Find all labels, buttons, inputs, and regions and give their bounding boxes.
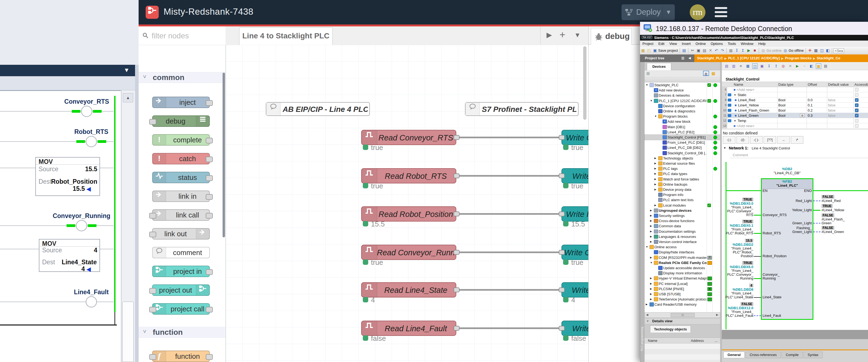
tree-item-main-ob1-[interactable]: Main [OB1]	[645, 124, 720, 130]
flow-node-Read-Line4_State[interactable]: Read Line4_State	[361, 282, 456, 298]
menu-tools[interactable]: Tools	[725, 40, 738, 46]
tree-item-program-info[interactable]: Program info	[645, 192, 720, 197]
accessible-checkbox[interactable]: ✓	[855, 104, 859, 107]
menu-insert[interactable]: Insert	[679, 40, 693, 46]
block-toolbar-icon-9[interactable]: ✕	[787, 63, 793, 69]
accessible-checkbox[interactable]: ✓	[855, 98, 859, 102]
expand-caret-icon[interactable]: ▶	[650, 256, 652, 259]
palette-node-link-in[interactable]: link in	[152, 191, 210, 202]
tree-item-hyper-v-virtual-ethernet-adapter[interactable]: ▶Hyper-V Virtual Ethernet Adapter	[645, 276, 720, 281]
scroll-up-icon[interactable]: ▲	[123, 93, 133, 102]
tree-hscroll-thumb[interactable]: ||||	[671, 313, 694, 317]
start-cpu-icon[interactable]: ▶	[746, 48, 751, 53]
project-tree-header[interactable]: Project tree ▥ ◀	[640, 54, 694, 62]
palette-node-status[interactable]: status	[152, 172, 210, 183]
breadcrumb[interactable]: Stacklight_PLC ▶ PLC_1 [CPU 1212C AC/DC/…	[694, 54, 868, 62]
tree-item-plc-alarm-text-lists[interactable]: PLC alarm text lists	[645, 197, 720, 202]
tree-item-documentation-settings[interactable]: ▶Documentation settings	[645, 229, 720, 234]
tree-item-plc-1-cpu-1212c-ac-dc-rly-[interactable]: ▼PLC_1 [CPU 1212C AC/DC/Rly]✓	[645, 98, 720, 104]
output-coil[interactable]	[86, 296, 97, 308]
node-input-port[interactable]	[559, 173, 565, 178]
normally-open-contact-button[interactable]: -| |-	[723, 136, 735, 144]
add-flow-icon[interactable]: +	[560, 29, 565, 40]
comment-node[interactable]: S7 Profinet - Stacklight PLC	[465, 102, 579, 116]
menu-help[interactable]: Help	[756, 40, 768, 46]
accessible-checkbox[interactable]: ✓	[855, 109, 859, 112]
palette-search-input[interactable]	[151, 30, 220, 41]
block-toolbar-icon-13[interactable]: ▦	[816, 63, 821, 69]
tree-item-devices-networks[interactable]: Devices & networks	[645, 93, 720, 98]
expand-caret-icon[interactable]: ▶	[650, 298, 652, 301]
tree-item-online-backups[interactable]: ▶Online backups	[645, 182, 720, 187]
expand-caret-icon[interactable]: ▶	[650, 235, 652, 238]
expand-caret-icon[interactable]: ▶	[654, 188, 656, 191]
tree-filter-icon[interactable]: ▦	[646, 71, 650, 75]
comment-node[interactable]: AB EIP/CIP - Line 4 PLC	[266, 102, 370, 116]
rdp-titlebar[interactable]: 192.168.0.137 - Remote Desktop Connectio…	[640, 22, 868, 35]
details-tab-technology-objects[interactable]: Technology objects	[650, 326, 691, 333]
expand-caret-icon[interactable]: ▼	[646, 84, 648, 86]
palette-section-common[interactable]: ˅common	[138, 72, 225, 83]
node-input-port[interactable]	[149, 354, 156, 360]
expand-caret-icon[interactable]: ▶	[650, 209, 652, 212]
block-toolbar-icon-2[interactable]: ≡	[738, 63, 744, 69]
tree-item-com-rs232-ppi-multi-master-c-[interactable]: ▶COM [RS232/PPI multi-master c...?	[645, 255, 720, 260]
expand-caret-icon[interactable]: ▶	[646, 303, 648, 306]
node-output-port[interactable]	[206, 354, 213, 360]
ladder-pane-collapse-icon[interactable]: ▼	[124, 67, 130, 74]
tab-syntax[interactable]: Syntax	[804, 352, 823, 358]
main-menu-button[interactable]	[715, 6, 727, 19]
tree-item-plc-data-types[interactable]: ▶PLC data types	[645, 171, 720, 176]
block-toolbar-icon-10[interactable]: ▶	[795, 63, 800, 69]
cut-icon[interactable]: ✂	[690, 48, 695, 53]
side-strip-plc-programming[interactable]: PLC programming	[640, 62, 645, 362]
close-branch-button[interactable]: ↱	[791, 136, 803, 144]
paste-icon[interactable]: ▤	[702, 48, 707, 53]
mov-instruction[interactable]: MOVSource15.5DestRobot_Position15.5 ◀	[35, 157, 100, 196]
table-row[interactable]: Line4_YellowBool0.1false✓	[727, 103, 868, 108]
ladder-scrollbar-thumb[interactable]	[122, 302, 134, 362]
node-input-port[interactable]	[559, 135, 565, 140]
block-toolbar-icon-5[interactable]: ▣	[759, 63, 765, 69]
node-output-port[interactable]	[454, 326, 460, 331]
tree-item-plc-tags[interactable]: ▶PLC tags	[645, 166, 720, 171]
accessible-checkbox[interactable]: ✓	[855, 114, 859, 117]
node-output-port[interactable]	[454, 173, 460, 178]
network-comment[interactable]: Comment	[733, 153, 787, 157]
accessible-checkbox[interactable]	[855, 88, 859, 91]
table-row[interactable]: <Add new>	[727, 123, 868, 129]
search-in-project-input[interactable]: <Sea	[834, 49, 844, 53]
expand-caret-icon[interactable]: ▶	[650, 287, 652, 290]
table-row[interactable]: ▼Temp	[727, 118, 868, 123]
table-row[interactable]: Line4_Flash_GreenBool0.2false✓	[727, 108, 868, 113]
row-caret-icon[interactable]: ▼	[734, 119, 737, 122]
coil-button[interactable]: -( )-	[750, 136, 763, 144]
tab-cross-references[interactable]: Cross-references	[745, 352, 781, 358]
ladder-canvas[interactable]: Conveyor_RTSRobot_RTSMOVSource15.5DestRo…	[0, 90, 121, 362]
tree-item-languages-resources[interactable]: ▶Languages & resources	[645, 234, 720, 239]
flow-canvas[interactable]: AB EIP/CIP - Line 4 PLCS7 Profinet - Sta…	[226, 45, 588, 362]
palette-node-debug[interactable]: debug	[152, 115, 210, 127]
tree-item-ungrouped-devices[interactable]: ▶Ungrouped devices	[645, 208, 720, 213]
output-coil[interactable]	[76, 220, 87, 231]
palette-node-link-call[interactable]: link call	[152, 209, 210, 221]
ladder-pane-titlebar[interactable]	[0, 65, 135, 76]
node-input-port[interactable]	[149, 119, 156, 124]
block-toolbar-icon-1[interactable]: ▥	[731, 63, 737, 69]
collapse-panel-icon[interactable]: ◀	[688, 56, 691, 60]
expand-caret-icon[interactable]: ▶	[650, 277, 652, 280]
expand-caret-icon[interactable]: ▶	[650, 219, 652, 222]
compile-icon[interactable]: ▦	[728, 48, 734, 53]
node-output-port[interactable]	[206, 213, 213, 219]
tree-item-realtek-pcie-gbe-family-con-[interactable]: ▼Realtek PCIe GBE Family Con...	[645, 260, 720, 266]
breadcrumb-segment[interactable]: Stacklight_PLC	[697, 56, 723, 60]
block-toolbar-icon-4[interactable]: ◫	[752, 63, 758, 69]
block-toolbar-icon-6[interactable]: ↧	[766, 63, 772, 69]
simulation-icon[interactable]: ▦	[813, 48, 818, 53]
canvas-scrollbar-thumb[interactable]	[583, 46, 586, 120]
node-input-port[interactable]	[559, 326, 565, 331]
expand-caret-icon[interactable]: ▼	[646, 246, 648, 248]
upload-from-device-icon[interactable]: ↥	[740, 48, 745, 53]
expand-caret-icon[interactable]: ▼	[650, 99, 652, 102]
tree-item-common-data[interactable]: ▶Common data	[645, 223, 720, 229]
